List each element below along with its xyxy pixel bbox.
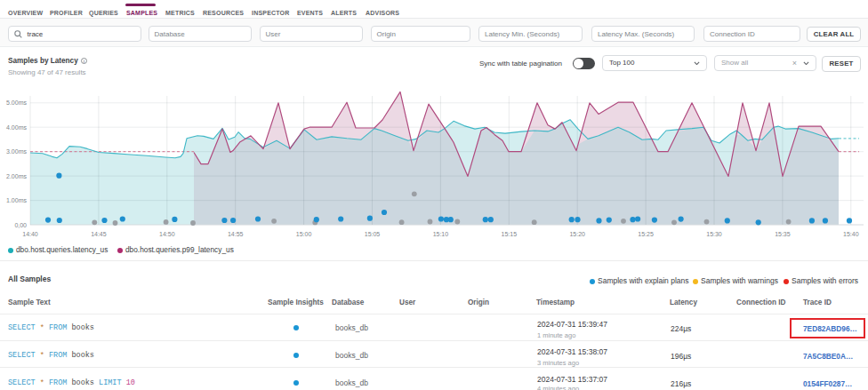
svg-text:15:35: 15:35 (775, 231, 791, 237)
svg-text:0,00: 0,00 (14, 222, 27, 228)
svg-text:15:25: 15:25 (638, 231, 654, 237)
svg-text:15:30: 15:30 (706, 231, 722, 237)
svg-text:3.00ms: 3.00ms (6, 148, 27, 155)
svg-text:15:10: 15:10 (433, 231, 449, 237)
svg-text:1.00ms: 1.00ms (6, 197, 27, 203)
svg-text:15:05: 15:05 (365, 231, 381, 237)
svg-text:14:40: 14:40 (22, 231, 38, 237)
svg-text:14:50: 14:50 (159, 231, 175, 237)
svg-text:14:45: 14:45 (91, 231, 107, 237)
svg-text:4.00ms: 4.00ms (6, 124, 27, 131)
svg-text:5.00ms: 5.00ms (6, 99, 27, 106)
svg-text:15:00: 15:00 (296, 231, 312, 237)
svg-text:2.00ms: 2.00ms (6, 173, 27, 179)
svg-text:15:40: 15:40 (843, 231, 859, 237)
svg-text:15:20: 15:20 (569, 231, 585, 237)
svg-text:14:55: 14:55 (228, 231, 244, 237)
svg-text:15:15: 15:15 (502, 231, 518, 237)
